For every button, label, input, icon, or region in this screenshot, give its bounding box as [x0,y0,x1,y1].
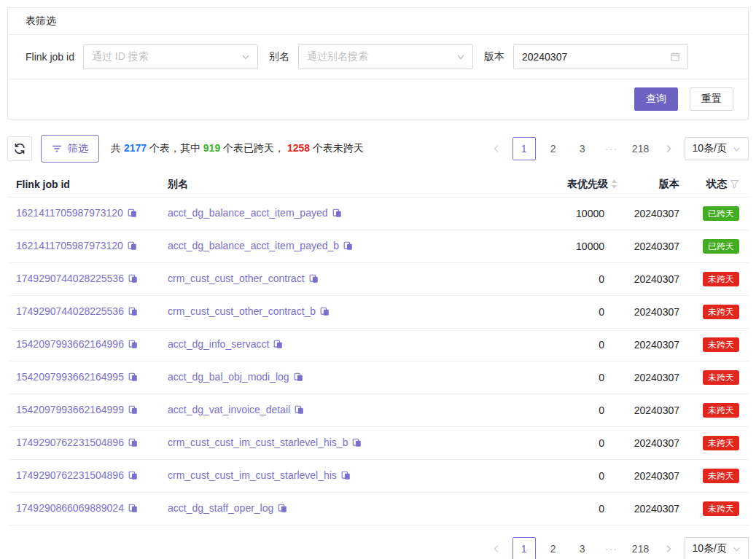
filter-panel-button[interactable]: 筛选 [41,135,99,163]
copy-icon[interactable] [128,504,138,515]
alias-link[interactable]: crm_cust_cust_other_contract [168,273,305,284]
refresh-button[interactable] [7,136,32,161]
table-row: 1749290762231504896 crm_cust_cust_im_cus… [7,460,749,493]
flink-job-id-select[interactable]: 通过 ID 搜索 [83,44,258,69]
job-id-cell: 1542097993662164999 [7,404,159,417]
job-id-link[interactable]: 1542097993662164996 [16,338,124,350]
status-header-label: 状态 [706,178,727,191]
job-id-link[interactable]: 1749290866069889024 [16,502,124,514]
alias-link[interactable]: acct_dg_vat_invoice_detail [168,404,290,415]
copy-icon[interactable] [128,405,138,417]
copy-icon[interactable] [341,471,351,482]
job-id-link[interactable]: 1621411705987973120 [16,207,123,219]
job-id-link[interactable]: 1749290762231504896 [16,437,124,448]
job-id-cell: 1749290762231504896 [7,469,159,482]
alias-cell: acct_dg_bal_obj_modi_log [159,371,479,384]
pagination-page-2[interactable]: 2 [542,537,565,559]
priority-cell: 0 [479,503,617,515]
copy-icon[interactable] [294,372,303,384]
copy-icon[interactable] [128,471,138,482]
status-cell: 未跨天 [679,501,749,516]
alias-link[interactable]: acct_dg_staff_oper_log [168,502,273,514]
copy-icon[interactable] [332,208,342,220]
copy-icon[interactable] [128,208,137,220]
job-id-link[interactable]: 1749290744028225536 [16,305,124,317]
version-date-input[interactable] [522,51,666,63]
alias-link[interactable]: acct_dg_bal_obj_modi_log [168,371,289,383]
pagination-page-218[interactable]: 218 [629,537,652,559]
alias-link[interactable]: crm_cust_cust_im_cust_starlevel_his [168,469,337,481]
status-cell: 已跨天 [679,206,749,221]
version-cell: 20240307 [617,470,679,482]
status-badge: 未跨天 [703,436,739,450]
status-cell: 未跨天 [679,337,749,352]
pagination-page-1[interactable]: 1 [513,137,536,160]
pagination-ellipsis[interactable]: ··· [600,537,623,559]
job-id-link[interactable]: 1749290744028225536 [16,273,124,284]
status-badge: 未跨天 [703,305,739,319]
alias-link[interactable]: crm_cust_cust_other_contract_b [168,305,316,317]
alias-select[interactable]: 通过别名搜索 [298,44,473,69]
copy-icon[interactable] [295,405,304,417]
copy-icon[interactable] [128,372,138,384]
version-date-picker[interactable] [513,44,688,69]
chevron-left-icon[interactable] [486,137,507,160]
alias-cell: acct_dg_staff_oper_log [159,502,479,515]
alias-link[interactable]: acct_dg_info_servacct [168,338,269,350]
copy-icon[interactable] [273,340,283,351]
pagination-page-218[interactable]: 218 [629,137,652,160]
alias-link[interactable]: acct_dg_balance_acct_item_payed_b [168,240,339,251]
copy-icon[interactable] [278,504,287,515]
job-id-link[interactable]: 1749290762231504896 [16,469,124,481]
priority-cell: 0 [479,273,617,285]
version-cell: 20240307 [617,404,679,416]
status-badge: 未跨天 [703,370,739,385]
pagination-page-3[interactable]: 3 [571,137,594,160]
copy-icon[interactable] [128,340,138,351]
job-id-link[interactable]: 1621411705987973120 [16,240,123,251]
status-badge: 已跨天 [703,239,739,254]
copy-icon[interactable] [128,438,138,450]
job-id-link[interactable]: 1542097993662164999 [16,404,124,415]
page-size-select[interactable]: 10条/页 [685,537,749,559]
priority-cell: 10000 [479,208,617,219]
pagination-ellipsis[interactable]: ··· [600,137,623,160]
pagination-page-2[interactable]: 2 [542,137,565,160]
priority-cell: 0 [479,437,617,449]
reset-button[interactable]: 重置 [690,87,733,111]
version-header-label: 版本 [659,178,679,191]
table-row: 1542097993662164995 acct_dg_bal_obj_modi… [7,361,749,394]
copy-icon[interactable] [309,274,319,286]
alias-link[interactable]: crm_cust_cust_im_cust_starlevel_his_b [168,437,348,448]
pagination-page-1[interactable]: 1 [513,537,536,559]
job-id-link[interactable]: 1542097993662164995 [16,371,124,383]
copy-icon[interactable] [352,438,362,450]
status-cell: 未跨天 [679,403,749,418]
copy-icon[interactable] [320,307,330,318]
copy-icon[interactable] [128,307,138,318]
chevron-right-icon[interactable] [658,537,679,559]
summary-text: 个表，其中 [147,142,203,154]
alias-link[interactable]: acct_dg_balance_acct_item_payed [168,207,328,219]
page-size-select[interactable]: 10条/页 [685,137,749,160]
job-id-cell: 1621411705987973120 [7,240,159,253]
query-button[interactable]: 查询 [634,87,678,111]
copy-icon[interactable] [343,241,353,253]
job-id-cell: 1749290744028225536 [7,305,159,318]
alias-cell: crm_cust_cust_im_cust_starlevel_his_b [159,437,479,450]
alias-cell: acct_dg_balance_acct_item_payed_b [159,240,479,253]
filter-card: 表筛选 Flink job id 通过 ID 搜索 别名 通过别名搜索 版本 [7,7,749,120]
column-header-status: 状态 [679,178,749,191]
funnel-icon[interactable] [730,179,739,189]
copy-icon[interactable] [128,241,137,253]
chevron-right-icon[interactable] [658,137,679,160]
table-body: 1621411705987973120 acct_dg_balance_acct… [7,198,749,525]
data-table: Flink job id 别名 表优先级 版本 状态 1621411705987… [7,171,749,525]
sort-icon[interactable] [611,179,617,189]
column-header-priority[interactable]: 表优先级 [479,178,617,191]
filter-actions: 查询 重置 [8,79,748,119]
chevron-left-icon[interactable] [486,537,507,559]
copy-icon[interactable] [128,274,138,286]
filter-lines-icon [52,144,62,154]
pagination-page-3[interactable]: 3 [571,537,594,559]
